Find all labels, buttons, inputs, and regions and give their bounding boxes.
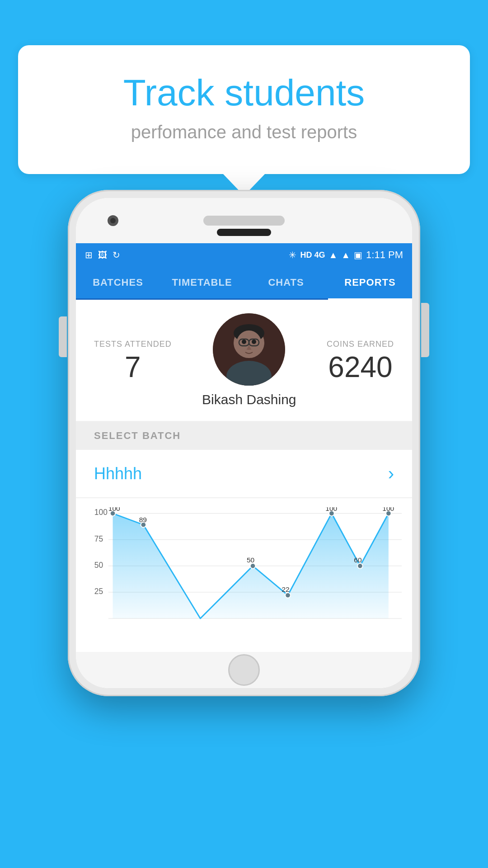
tests-attended-value: 7 [94,353,172,382]
phone-screen: ⊞ 🖼 ↻ ✳ HD 4G ▲ ▲ ▣ 1:11 PM [76,243,412,652]
notification-icon: ⊞ [85,250,93,260]
chart-container: 100 75 50 25 [76,498,412,652]
tooltip-subtitle: perfomance and test reports [50,122,438,142]
svg-point-23 [285,593,291,598]
bluetooth-icon: ✳ [289,250,296,260]
status-icons-right: ✳ HD 4G ▲ ▲ ▣ 1:11 PM [289,249,403,261]
svg-point-6 [252,340,256,344]
reports-card: TESTS ATTENDED 7 [76,300,412,422]
signal-icon: ▲ [328,250,338,260]
tests-attended-block: TESTS ATTENDED 7 [94,340,172,382]
tab-reports[interactable]: REPORTS [328,267,412,298]
tab-chats[interactable]: CHATS [244,267,328,298]
phone-bezel-top [76,198,412,243]
status-time: 1:11 PM [366,249,403,261]
user-profile: Bikash Dashing [202,313,296,407]
svg-text:100: 100 [94,508,108,517]
camera [108,215,118,226]
svg-text:89: 89 [139,516,147,524]
performance-chart: 100 75 50 25 [85,507,408,647]
svg-text:50: 50 [94,561,103,570]
svg-point-5 [242,340,246,344]
sync-icon: ↻ [113,250,120,260]
batch-item[interactable]: Hhhhh › [76,450,412,498]
avatar [213,313,285,386]
svg-text:100: 100 [108,507,120,512]
earpiece [217,229,271,236]
select-batch-label: SELECT BATCH [94,430,181,441]
svg-text:50: 50 [247,556,255,564]
status-bar: ⊞ 🖼 ↻ ✳ HD 4G ▲ ▲ ▣ 1:11 PM [76,243,412,267]
speaker [203,216,285,226]
phone-bezel-bottom [76,652,412,688]
tooltip-title: Track students [50,72,438,113]
coins-earned-block: COINS EARNED 6240 [327,340,394,382]
svg-text:60: 60 [354,556,362,564]
signal-icon-2: ▲ [341,250,350,260]
nav-tabs: BATCHES TIMETABLE CHATS REPORTS [76,267,412,300]
svg-text:75: 75 [94,534,103,543]
image-icon: 🖼 [98,250,107,260]
phone-mockup: ⊞ 🖼 ↻ ✳ HD 4G ▲ ▲ ▣ 1:11 PM [68,190,420,696]
svg-text:100: 100 [382,507,394,512]
status-icons-left: ⊞ 🖼 ↻ [85,250,120,260]
coins-earned-value: 6240 [327,353,394,382]
home-button[interactable] [228,654,260,686]
phone-outer: ⊞ 🖼 ↻ ✳ HD 4G ▲ ▲ ▣ 1:11 PM [68,190,420,696]
svg-text:100: 100 [325,507,337,512]
camera-lens [110,218,116,223]
tests-attended-label: TESTS ATTENDED [94,340,172,349]
svg-point-22 [250,563,256,569]
user-name: Bikash Dashing [202,392,296,407]
select-batch-bar: SELECT BATCH [76,422,412,450]
svg-text:22: 22 [282,585,289,593]
chevron-right-icon: › [388,463,394,484]
network-label: HD 4G [300,250,325,260]
phone-inner: ⊞ 🖼 ↻ ✳ HD 4G ▲ ▲ ▣ 1:11 PM [76,198,412,688]
tab-timetable[interactable]: TIMETABLE [160,267,244,298]
tab-batches[interactable]: BATCHES [76,267,160,298]
batch-name: Hhhhh [94,464,142,483]
svg-text:25: 25 [94,587,103,596]
battery-icon: ▣ [354,250,362,260]
tooltip-card: Track students perfomance and test repor… [18,45,470,174]
svg-point-25 [357,563,363,569]
coins-earned-label: COINS EARNED [327,340,394,349]
